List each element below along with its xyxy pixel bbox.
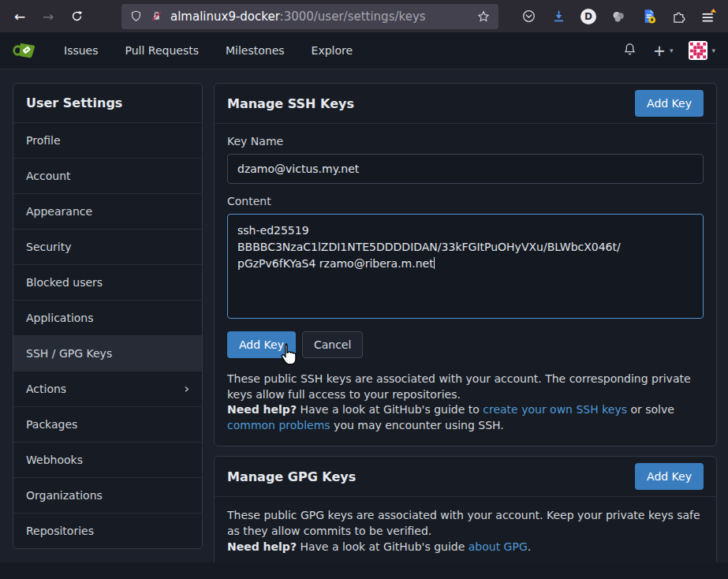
create-new-button[interactable]: + ▾ xyxy=(653,43,673,58)
bell-icon xyxy=(622,42,637,57)
browser-toolbar: ← → almalinux9-docker:3000/user/settings… xyxy=(0,0,728,32)
create-ssh-keys-link[interactable]: create your own SSH keys xyxy=(483,403,627,416)
bookmark-star-icon[interactable] xyxy=(476,9,491,24)
sidebar-item-account[interactable]: Account xyxy=(13,158,202,193)
pocket-icon[interactable] xyxy=(520,8,537,25)
extension-document-download-icon[interactable] xyxy=(640,8,657,25)
chevron-right-icon: › xyxy=(185,384,189,394)
gitea-logo[interactable] xyxy=(13,39,36,62)
about-gpg-link[interactable]: about GPG xyxy=(469,540,528,553)
ssh-form-buttons: Add Key Cancel xyxy=(227,331,704,358)
sidebar-item-organizations[interactable]: Organizations xyxy=(13,477,202,513)
page-footer xyxy=(0,562,728,579)
text-caret xyxy=(434,257,435,269)
sidebar-item-ssh-gpg-keys[interactable]: SSH / GPG Keys xyxy=(13,335,202,371)
notifications-button[interactable] xyxy=(622,42,637,60)
reload-icon xyxy=(70,9,84,23)
sidebar-item-blocked-users[interactable]: Blocked users xyxy=(13,264,202,300)
nav-link-explore[interactable]: Explore xyxy=(298,44,367,57)
plus-icon: + xyxy=(653,43,666,58)
sidebar-title: User Settings xyxy=(13,84,202,122)
avatar xyxy=(689,41,707,60)
url-text: almalinux9-docker:3000/user/settings/key… xyxy=(170,9,426,24)
sidebar-item-repositories[interactable]: Repositories xyxy=(13,513,202,548)
nav-link-milestones[interactable]: Milestones xyxy=(212,44,298,57)
key-content-textarea[interactable]: ssh-ed25519 BBBBC3NzaC1lZDI1NTE5DDDDIDAN… xyxy=(227,214,704,319)
downloads-icon[interactable] xyxy=(550,8,567,25)
sidebar-item-profile[interactable]: Profile xyxy=(13,122,202,158)
manage-ssh-keys-panel: Manage SSH Keys Add Key Key Name Content… xyxy=(214,83,717,446)
gpg-help-text: These public GPG keys are associated wit… xyxy=(227,508,704,555)
need-help-label: Need help? xyxy=(227,540,297,553)
content-label: Content xyxy=(227,195,704,207)
ssh-panel-title: Manage SSH Keys xyxy=(227,96,354,111)
extensions-puzzle-icon[interactable] xyxy=(670,8,687,25)
navbar-right: + ▾ ▾ xyxy=(622,41,715,60)
insecure-lock-icon[interactable] xyxy=(150,9,163,23)
url-path: :3000/user/settings/keys xyxy=(280,9,426,24)
gpg-panel-header: Manage GPG Keys Add Key xyxy=(215,457,716,497)
gpg-panel-title: Manage GPG Keys xyxy=(227,469,356,484)
user-menu-button[interactable]: ▾ xyxy=(689,41,715,60)
settings-main: Manage SSH Keys Add Key Key Name Content… xyxy=(214,83,717,568)
sidebar-item-applications[interactable]: Applications xyxy=(13,300,202,335)
chevron-down-icon: ▾ xyxy=(711,47,715,54)
nav-link-pull-requests[interactable]: Pull Requests xyxy=(112,44,212,57)
common-problems-link[interactable]: common problems xyxy=(227,419,330,431)
ssh-help-text: These public SSH keys are associated wit… xyxy=(227,372,704,433)
manage-gpg-keys-panel: Manage GPG Keys Add Key These public GPG… xyxy=(214,456,717,568)
cancel-button[interactable]: Cancel xyxy=(302,331,363,358)
sidebar-item-packages[interactable]: Packages xyxy=(13,406,202,442)
back-button[interactable]: ← xyxy=(8,5,32,28)
chevron-down-icon: ▾ xyxy=(670,47,674,54)
back-icon: ← xyxy=(14,9,25,24)
gpg-add-key-toggle-button[interactable]: Add Key xyxy=(635,463,704,490)
key-name-label: Key Name xyxy=(227,135,704,148)
settings-sidebar: User Settings Profile Account Appearance… xyxy=(13,83,203,549)
sidebar-item-webhooks[interactable]: Webhooks xyxy=(13,442,202,477)
key-name-input[interactable] xyxy=(227,154,704,184)
shield-icon[interactable] xyxy=(129,9,143,23)
menu-hamburger-icon[interactable] xyxy=(700,8,717,25)
ssh-add-key-toggle-button[interactable]: Add Key xyxy=(635,90,704,117)
nav-link-issues[interactable]: Issues xyxy=(50,44,112,57)
key-content-line1: ssh-ed25519 BBBBC3NzaC1lZDI1NTE5DDDDIDAN… xyxy=(237,224,621,253)
key-content-line2: pGzPv6fKYaS4 rzamo@ribera.m.net xyxy=(237,257,434,270)
reload-button[interactable] xyxy=(65,5,88,28)
sidebar-item-security[interactable]: Security xyxy=(13,229,202,264)
gitea-navbar: Issues Pull Requests Milestones Explore … xyxy=(0,32,728,69)
extension-circles-icon[interactable] xyxy=(610,8,627,25)
ssh-panel-header: Manage SSH Keys Add Key xyxy=(215,84,716,124)
url-host: almalinux9-docker xyxy=(170,9,280,24)
extension-d-icon[interactable]: D xyxy=(580,8,597,25)
toolbar-extensions: D xyxy=(520,8,720,25)
settings-page: User Settings Profile Account Appearance… xyxy=(0,69,728,568)
add-key-submit-button[interactable]: Add Key xyxy=(227,331,296,358)
address-bar[interactable]: almalinux9-docker:3000/user/settings/key… xyxy=(121,4,498,29)
ssh-panel-body: Key Name Content ssh-ed25519 BBBBC3NzaC1… xyxy=(215,124,716,446)
forward-icon: → xyxy=(43,9,54,24)
forward-button[interactable]: → xyxy=(36,5,60,28)
gpg-panel-body: These public GPG keys are associated wit… xyxy=(215,497,716,567)
sidebar-item-actions[interactable]: Actions › xyxy=(13,371,202,406)
need-help-label: Need help? xyxy=(227,403,297,416)
sidebar-item-appearance[interactable]: Appearance xyxy=(13,193,202,229)
